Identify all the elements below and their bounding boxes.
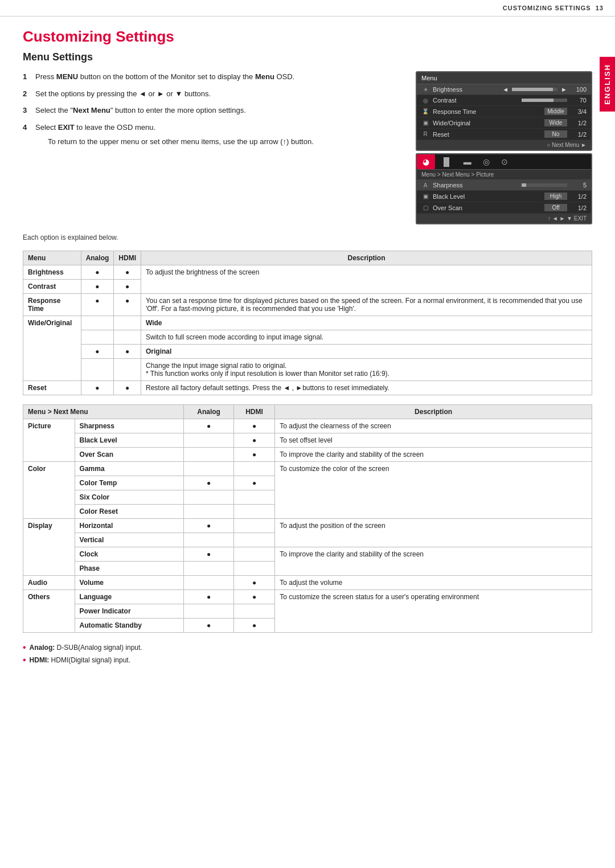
osd-nav-row: ○ Next Menu ► bbox=[417, 140, 591, 150]
item-cell: Clock bbox=[75, 547, 184, 562]
table-row: ● ● Original bbox=[23, 345, 592, 359]
th-next-menu: Menu > Next Menu bbox=[23, 405, 184, 419]
footer-hdmi: • HDMI: HDMI(Digital signal) input. bbox=[23, 654, 592, 667]
menu-cell: Brightness bbox=[23, 265, 81, 280]
osd-header: Menu bbox=[417, 72, 591, 84]
table-row: Clock ● To improve the clarity and stabi… bbox=[23, 547, 592, 562]
osd-tab-audio[interactable]: ◎ bbox=[477, 154, 495, 169]
table-row: Switch to full screen mode according to … bbox=[23, 330, 592, 345]
desc-cell: To improve the clarity and stability of … bbox=[275, 448, 592, 462]
table-row: Display Horizontal ● To adjust the posit… bbox=[23, 519, 592, 533]
desc-cell: To customize the color of the screen bbox=[275, 462, 592, 519]
table-row: Change the input image signal ratio to o… bbox=[23, 359, 592, 381]
menu-cell: Wide/Original bbox=[23, 316, 81, 381]
item-cell: Volume bbox=[75, 576, 184, 590]
desc-cell: You can set a response time for displaye… bbox=[141, 294, 592, 316]
th-hdmi2: HDMI bbox=[233, 405, 274, 419]
step-4: 4 Select EXIT to leave the OSD menu. To … bbox=[23, 122, 404, 148]
item-cell: Phase bbox=[75, 562, 184, 576]
item-cell: Sharpness bbox=[75, 419, 184, 433]
item-cell: Over Scan bbox=[75, 448, 184, 462]
osd-menu-2: ◕ ▐▌ ▬ ◎ ⊙ Menu > Next Menu > Picture A … bbox=[416, 153, 592, 224]
desc-cell: Change the input image signal ratio to o… bbox=[141, 359, 592, 381]
osd-screenshots: Menu ☀ Brightness ◄ ► 100 ◎ Contrast 70 … bbox=[416, 71, 592, 224]
item-cell: Six Color bbox=[75, 490, 184, 505]
osd-menu-1: Menu ☀ Brightness ◄ ► 100 ◎ Contrast 70 … bbox=[416, 71, 592, 151]
th-description2: Description bbox=[275, 405, 592, 419]
osd-row-contrast: ◎ Contrast 70 bbox=[417, 95, 591, 106]
table-row: Wide/Original Wide bbox=[23, 316, 592, 330]
sub-title: Menu Settings bbox=[23, 51, 592, 63]
menu-cell: Reset bbox=[23, 381, 81, 395]
category-cell: Others bbox=[23, 590, 75, 633]
desc-cell: To set offset level bbox=[275, 433, 592, 448]
osd-tab-display[interactable]: ▐▌ bbox=[435, 154, 458, 169]
page-number: 13 bbox=[596, 5, 604, 11]
table1-section: Menu Analog HDMI Description Brightness … bbox=[23, 251, 592, 395]
table-row: Black Level ● To set offset level bbox=[23, 433, 592, 448]
category-cell: Display bbox=[23, 519, 75, 576]
item-cell: Color Reset bbox=[75, 505, 184, 519]
osd-tabs: ◕ ▐▌ ▬ ◎ ⊙ bbox=[417, 154, 591, 170]
table2: Menu > Next Menu Analog HDMI Description… bbox=[23, 404, 592, 633]
step-1: 1 Press MENU button on the bottom of the… bbox=[23, 71, 404, 83]
wide-icon: ▣ bbox=[421, 120, 429, 126]
desc-cell: To customize the screen status for a use… bbox=[275, 590, 592, 633]
sharpness-icon: A bbox=[421, 182, 429, 189]
osd-tab-picture[interactable]: ◕ bbox=[417, 154, 435, 169]
caption: Each option is explained below. bbox=[23, 234, 592, 241]
osd-footer-nav: ↑ ◄ ► ▼ EXIT bbox=[417, 214, 591, 223]
desc-cell: To adjust the volume bbox=[275, 576, 592, 590]
osd-tab-others[interactable]: ⊙ bbox=[495, 154, 514, 169]
overscan-icon: ▢ bbox=[421, 204, 429, 211]
page-title: Customizing Settings bbox=[23, 28, 592, 46]
osd-row-wide: ▣ Wide/Original Wide 1/2 bbox=[417, 117, 591, 129]
osd-row-black-level: ▣ Black Level High 1/2 bbox=[417, 191, 591, 202]
table-row: Brightness ● ● To adjust the brightness … bbox=[23, 265, 592, 280]
step-3: 3 Select the "Next Menu" button to enter… bbox=[23, 105, 404, 116]
osd-row-sharpness: A Sharpness 5 bbox=[417, 180, 591, 191]
table-row: Response Time ● ● You can set a response… bbox=[23, 294, 592, 316]
footer-notes: • Analog: D-SUB(Analog signal) input. • … bbox=[23, 642, 592, 666]
table-row: Color Gamma To customize the color of th… bbox=[23, 462, 592, 476]
th-analog: Analog bbox=[81, 251, 114, 265]
category-cell: Audio bbox=[23, 576, 75, 590]
item-cell: Gamma bbox=[75, 462, 184, 476]
steps-column: 1 Press MENU button on the bottom of the… bbox=[23, 71, 404, 224]
steps-list: 1 Press MENU button on the bottom of the… bbox=[23, 71, 404, 148]
step-2: 2 Set the options by pressing the ◄ or ►… bbox=[23, 88, 404, 100]
desc-cell: To adjust the clearness of the screen bbox=[275, 419, 592, 433]
item-cell: Vertical bbox=[75, 533, 184, 547]
th-hdmi: HDMI bbox=[114, 251, 141, 265]
osd-breadcrumb: Menu > Next Menu > Picture bbox=[417, 170, 591, 180]
desc-cell: To adjust the position of the screen bbox=[275, 519, 592, 547]
table-row: Picture Sharpness ● ● To adjust the clea… bbox=[23, 419, 592, 433]
section-label: CUSTOMIZING SETTINGS bbox=[503, 5, 591, 11]
item-cell: Language bbox=[75, 590, 184, 604]
footer-analog: • Analog: D-SUB(Analog signal) input. bbox=[23, 642, 592, 654]
analog-cell: ● bbox=[81, 265, 114, 280]
english-tab: ENGLISH bbox=[600, 57, 615, 112]
table2-section: Menu > Next Menu Analog HDMI Description… bbox=[23, 404, 592, 633]
page-header: CUSTOMIZING SETTINGS 13 bbox=[0, 0, 615, 17]
hdmi-cell: ● bbox=[114, 265, 141, 280]
desc-cell: To adjust the brightness of the screen bbox=[141, 265, 592, 294]
sub-step-4: To return to the upper menu or set other… bbox=[48, 136, 404, 148]
desc-cell: Original bbox=[141, 345, 592, 359]
table-row: Over Scan ● To improve the clarity and s… bbox=[23, 448, 592, 462]
th-menu: Menu bbox=[23, 251, 81, 265]
response-icon: ⌛ bbox=[421, 108, 429, 114]
th-description: Description bbox=[141, 251, 592, 265]
menu-cell: Response Time bbox=[23, 294, 81, 316]
item-cell: Color Temp bbox=[75, 476, 184, 490]
contrast-icon: ◎ bbox=[421, 97, 429, 104]
item-cell: Automatic Standby bbox=[75, 619, 184, 633]
black-level-icon: ▣ bbox=[421, 193, 429, 199]
osd-row-response: ⌛ Response Time Middle 3/4 bbox=[417, 106, 591, 117]
desc-cell: Wide bbox=[141, 316, 592, 330]
osd-row-reset: R Reset No 1/2 bbox=[417, 129, 591, 140]
osd-tab-color[interactable]: ▬ bbox=[458, 154, 477, 169]
category-cell: Picture bbox=[23, 419, 75, 462]
desc-cell: Restore all factory default settings. Pr… bbox=[141, 381, 592, 395]
menu-cell: Contrast bbox=[23, 280, 81, 294]
